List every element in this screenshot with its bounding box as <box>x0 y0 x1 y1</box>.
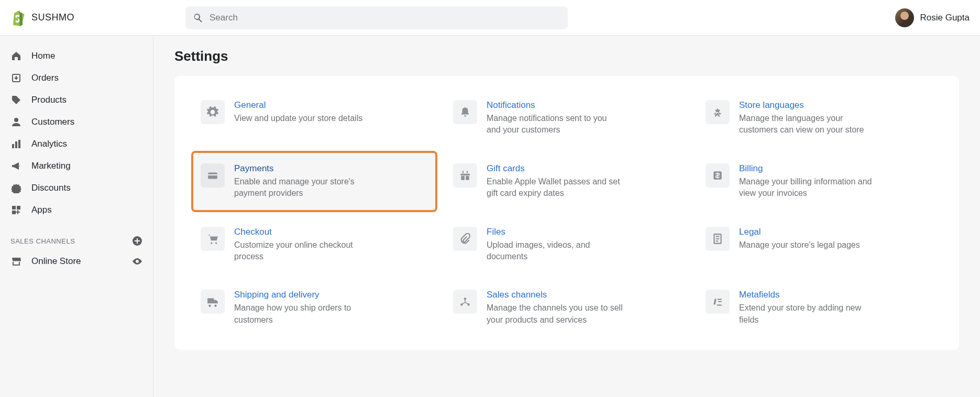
orders-icon <box>10 72 22 84</box>
setting-title: Gift cards <box>487 163 623 174</box>
sidebar-item-label: Analytics <box>31 139 67 149</box>
sidebar-item-label: Products <box>31 95 67 105</box>
setting-desc: Manage your store's legal pages <box>739 239 860 251</box>
setting-text: Checkout Customize your online checkout … <box>234 227 370 263</box>
setting-item-general[interactable]: General View and update your store detai… <box>195 95 433 141</box>
setting-desc: Manage how you ship orders to customers <box>234 302 370 326</box>
setting-title: Notifications <box>487 100 623 111</box>
languages-icon <box>706 100 730 124</box>
svg-rect-4 <box>18 140 20 148</box>
add-channel-icon[interactable] <box>132 236 142 246</box>
setting-desc: Manage the channels you use to sell your… <box>487 302 623 326</box>
setting-title: Files <box>487 227 623 237</box>
setting-title: Payments <box>234 163 370 174</box>
svg-rect-9 <box>208 172 217 179</box>
setting-item-checkout[interactable]: Checkout Customize your online checkout … <box>195 222 433 268</box>
clip-icon <box>453 227 477 251</box>
search-input[interactable] <box>210 13 560 23</box>
setting-title: Store languages <box>739 100 875 111</box>
customers-icon <box>10 116 22 128</box>
setting-item-notifications[interactable]: Notifications Manage notifications sent … <box>448 95 686 141</box>
sidebar-item-label: Orders <box>31 73 59 83</box>
card-icon <box>201 163 225 188</box>
svg-point-1 <box>14 118 18 122</box>
sidebar-item-apps[interactable]: Apps <box>0 199 153 221</box>
setting-title: Shipping and delivery <box>234 290 370 300</box>
meta-icon <box>706 290 730 314</box>
sales-channels-header: SALES CHANNELS <box>0 227 153 250</box>
setting-desc: Manage the languages your customers can … <box>739 113 875 136</box>
apps-icon <box>10 204 22 216</box>
setting-text: Notifications Manage notifications sent … <box>487 100 623 136</box>
setting-item-payments[interactable]: Payments Enable and manage your store's … <box>191 151 437 212</box>
setting-title: Legal <box>739 227 860 237</box>
sidebar-item-products[interactable]: Products <box>0 89 153 111</box>
gear-icon <box>201 100 225 124</box>
setting-desc: Manage your billing information and view… <box>739 176 875 200</box>
svg-rect-3 <box>15 141 17 148</box>
setting-item-store-languages[interactable]: Store languages Manage the languages you… <box>700 95 938 141</box>
sidebar-item-marketing[interactable]: Marketing <box>0 155 153 177</box>
sidebar-item-customers[interactable]: Customers <box>0 111 153 133</box>
setting-title: Sales channels <box>487 290 623 300</box>
setting-item-metafields[interactable]: Metafields Extend your store by adding n… <box>700 284 938 331</box>
setting-desc: View and update your store details <box>234 113 362 124</box>
user-area[interactable]: Rosie Gupta <box>895 8 970 27</box>
sidebar-item-online-store[interactable]: Online Store <box>0 250 153 272</box>
svg-rect-7 <box>12 211 16 214</box>
sidebar-item-label: Online Store <box>31 256 81 267</box>
setting-text: Files Upload images, videos, and documen… <box>487 227 623 263</box>
setting-item-shipping-and-delivery[interactable]: Shipping and delivery Manage how you shi… <box>195 284 433 331</box>
setting-title: General <box>234 100 362 111</box>
setting-desc: Manage notifications sent to you and you… <box>487 113 623 136</box>
sidebar-item-home[interactable]: Home <box>0 45 153 67</box>
legal-icon <box>706 227 730 251</box>
setting-desc: Enable and manage your store's payment p… <box>234 176 370 200</box>
setting-item-gift-cards[interactable]: Gift cards Enable Apple Wallet passes an… <box>448 158 686 205</box>
sidebar-item-label: Marketing <box>31 161 71 171</box>
store-icon <box>10 256 22 267</box>
svg-point-13 <box>464 298 466 300</box>
svg-rect-2 <box>12 144 14 148</box>
analytics-icon <box>10 138 22 150</box>
setting-item-legal[interactable]: Legal Manage your store's legal pages <box>700 222 938 268</box>
setting-title: Checkout <box>234 227 370 237</box>
settings-panel: General View and update your store detai… <box>174 76 959 350</box>
svg-rect-5 <box>12 206 16 209</box>
page-title: Settings <box>174 48 959 64</box>
sidebar-item-orders[interactable]: Orders <box>0 67 153 89</box>
cart-icon <box>201 227 225 251</box>
eye-icon[interactable] <box>132 256 142 267</box>
store-name: SUSHMO <box>31 12 74 23</box>
setting-text: Metafields Extend your store by adding n… <box>739 290 875 326</box>
sales-channels-label: SALES CHANNELS <box>10 237 75 245</box>
setting-desc: Enable Apple Wallet passes and set gift … <box>487 176 623 200</box>
sidebar: Home Orders Products Customers Analytics… <box>0 36 153 397</box>
setting-desc: Extend your store by adding new fields <box>739 302 875 326</box>
setting-desc: Upload images, videos, and documents <box>487 239 623 263</box>
sidebar-item-label: Discounts <box>31 183 71 193</box>
home-icon <box>10 50 22 62</box>
setting-item-files[interactable]: Files Upload images, videos, and documen… <box>448 222 686 268</box>
avatar <box>895 8 914 27</box>
main-content: Settings General View and update your st… <box>153 36 980 397</box>
setting-item-billing[interactable]: Billing Manage your billing information … <box>700 158 938 205</box>
setting-title: Metafields <box>739 290 875 300</box>
sidebar-item-discounts[interactable]: Discounts <box>0 177 153 199</box>
search-box[interactable] <box>185 6 568 29</box>
svg-rect-6 <box>17 206 20 209</box>
channels-icon <box>453 290 477 314</box>
setting-text: General View and update your store detai… <box>234 100 362 136</box>
setting-desc: Customize your online checkout process <box>234 239 370 263</box>
setting-text: Billing Manage your billing information … <box>739 163 875 200</box>
svg-rect-10 <box>208 174 217 175</box>
products-icon <box>10 94 22 106</box>
dollar-icon <box>706 163 730 188</box>
setting-item-sales-channels[interactable]: Sales channels Manage the channels you u… <box>448 284 686 331</box>
setting-title: Billing <box>739 163 875 174</box>
user-name: Rosie Gupta <box>920 13 970 23</box>
discounts-icon <box>10 182 22 194</box>
sidebar-item-analytics[interactable]: Analytics <box>0 133 153 155</box>
setting-text: Gift cards Enable Apple Wallet passes an… <box>487 163 623 200</box>
search-container <box>185 6 568 29</box>
